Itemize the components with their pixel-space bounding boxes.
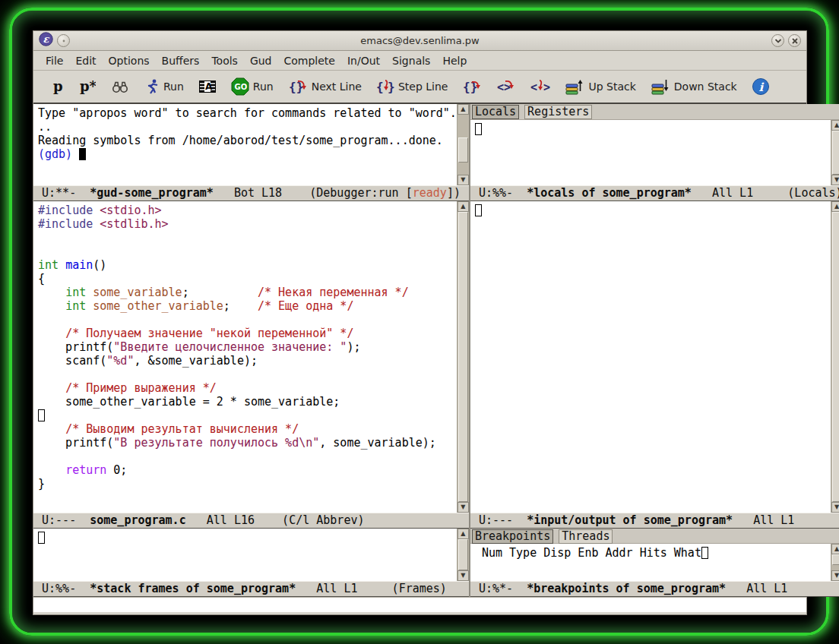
stack-modeline[interactable]: U:%%- *stack frames of some_program* All…: [33, 581, 469, 597]
scroll-down-icon[interactable]: ▼: [831, 175, 839, 185]
scroll-down-icon[interactable]: ▼: [457, 570, 469, 581]
menu-item-inout[interactable]: In/Out: [341, 53, 386, 68]
down-stack-icon: [651, 79, 670, 95]
buffer-line: [475, 204, 831, 217]
menu-item-help[interactable]: Help: [436, 53, 473, 68]
scroll-thumb[interactable]: [832, 212, 839, 503]
tab-threads[interactable]: Threads: [559, 529, 613, 544]
menu-item-signals[interactable]: Signals: [386, 53, 436, 68]
breakpoints-modeline[interactable]: U:%*- *breakpoints of some_program* All …: [470, 581, 839, 597]
next-line-button[interactable]: {} Next Line: [284, 76, 366, 97]
tab-breakpoints[interactable]: Breakpoints: [472, 529, 553, 544]
scroll-down-icon[interactable]: ▼: [831, 502, 839, 513]
all-threads-button[interactable]: A: [195, 77, 220, 96]
titlebar[interactable]: ε emacs@dev.senlima.pw: [33, 31, 806, 51]
buffer-line: [38, 531, 457, 545]
gud-window: Type "apropos word" to search for comman…: [33, 104, 469, 185]
scroll-up-icon[interactable]: ▲: [457, 104, 469, 115]
print-deref-button[interactable]: p*: [74, 76, 100, 97]
scroll-thumb[interactable]: [832, 131, 839, 175]
print-button[interactable]: p: [47, 76, 67, 97]
breakpoints-buffer[interactable]: Num Type Disp Enb Addr Hits What: [470, 544, 831, 581]
gud-scrollbar[interactable]: ▲ ▼: [457, 104, 469, 185]
tab-locals[interactable]: Locals: [472, 105, 519, 119]
source-scrollbar[interactable]: ▲ ▼: [457, 201, 469, 513]
binoculars-icon: [110, 78, 130, 95]
buffer-line: int main(): [38, 258, 457, 272]
buffer-line: Type "apropos word" to search for comman…: [38, 106, 457, 120]
svg-text:p*: p*: [80, 78, 96, 94]
io-scrollbar[interactable]: ▲ ▼: [831, 201, 839, 513]
text-cursor: [79, 148, 86, 160]
left-column: Type "apropos word" to search for comman…: [33, 104, 469, 597]
buffer-line: {: [38, 272, 457, 286]
menu-item-options[interactable]: Options: [103, 53, 156, 68]
next-instruction-button[interactable]: <>: [492, 76, 520, 97]
scroll-thumb[interactable]: [458, 212, 468, 503]
menu-item-buffers[interactable]: Buffers: [156, 53, 206, 68]
io-modeline[interactable]: U:--- *input/output of some_program* All…: [470, 513, 839, 529]
source-modeline[interactable]: U:--- some_program.c All L16 (C/l Abbrev…: [33, 513, 469, 529]
locals-buffer[interactable]: [470, 120, 831, 185]
scroll-up-icon[interactable]: ▲: [457, 529, 469, 539]
scroll-up-icon[interactable]: ▲: [457, 201, 469, 212]
run-button[interactable]: Run: [141, 76, 188, 97]
menu-item-gud[interactable]: Gud: [244, 53, 278, 68]
runner-icon: [144, 78, 160, 95]
locals-scrollbar[interactable]: ▲ ▼: [831, 120, 839, 185]
finish-button[interactable]: {}: [458, 76, 486, 97]
svg-text:<: <: [530, 80, 537, 94]
step-instruction-icon: < >: [530, 78, 550, 95]
scroll-down-icon[interactable]: ▼: [457, 502, 469, 513]
svg-text:<>: <>: [497, 80, 511, 94]
scroll-down-icon[interactable]: ▼: [457, 175, 469, 185]
watch-button[interactable]: [106, 76, 134, 97]
svg-text:GO: GO: [234, 83, 247, 91]
close-button[interactable]: [788, 34, 801, 47]
locals-window: ▲ ▼: [470, 120, 839, 185]
buffer-line: [38, 245, 457, 258]
io-buffer[interactable]: [470, 201, 831, 513]
locals-modeline[interactable]: U:%%- *locals of some_program* All L1 (L…: [470, 185, 839, 201]
menu-item-file[interactable]: File: [40, 53, 69, 68]
down-stack-button[interactable]: Down Stack: [647, 77, 741, 97]
scroll-thumb[interactable]: [458, 539, 468, 570]
breakpoints-tabsbar: Breakpoints Threads: [470, 529, 839, 544]
buffer-line: scanf("%d", &some_variable);: [38, 354, 457, 368]
shade-button[interactable]: [771, 34, 784, 47]
step-instruction-button[interactable]: < >: [527, 76, 554, 97]
gud-modeline[interactable]: U:**- *gud-some_program* Bot L18 (Debugg…: [33, 185, 469, 201]
buffer-line: /* Пример выражения */: [38, 381, 457, 395]
scroll-down-icon[interactable]: ▼: [831, 570, 839, 581]
go-button[interactable]: GO Run: [227, 75, 277, 98]
stack-frames-window: ▲ ▼: [33, 529, 469, 581]
buffer-line: some_other_variable = 2 * some_variable;: [38, 395, 457, 409]
tab-registers[interactable]: Registers: [524, 105, 592, 119]
buffer-line: /* Выводим результат вычисления */: [38, 422, 457, 436]
text-cursor: [475, 123, 482, 135]
up-stack-button[interactable]: Up Stack: [561, 77, 639, 97]
step-line-button[interactable]: { } Step Line: [372, 76, 452, 97]
go-icon: GO: [231, 77, 249, 96]
buffer-line: #include <stdlib.h>: [38, 217, 457, 231]
toolbar: p p* Run: [33, 71, 806, 104]
minibuffer[interactable]: [33, 597, 806, 614]
scroll-up-icon[interactable]: ▲: [831, 201, 839, 212]
text-cursor: [475, 204, 482, 216]
menu-item-edit[interactable]: Edit: [69, 53, 102, 68]
breakpoints-scrollbar[interactable]: ▲ ▼: [831, 544, 839, 581]
source-buffer[interactable]: #include <stdio.h>#include <stdlib.h> in…: [33, 201, 457, 513]
scroll-up-icon[interactable]: ▲: [831, 544, 839, 554]
scroll-thumb[interactable]: [832, 554, 839, 565]
stack-frames-buffer[interactable]: [33, 529, 457, 581]
menu-item-complete[interactable]: Complete: [278, 53, 341, 68]
buffer-line: Reading symbols from /home/aborod/test/s…: [38, 134, 457, 147]
buffer-line: [38, 368, 457, 381]
scroll-thumb[interactable]: [458, 137, 468, 163]
menu-item-tools[interactable]: Tools: [205, 53, 244, 68]
scroll-up-icon[interactable]: ▲: [831, 120, 839, 131]
stack-scrollbar[interactable]: ▲ ▼: [457, 529, 469, 581]
gud-buffer[interactable]: Type "apropos word" to search for comman…: [33, 104, 457, 185]
right-column: Locals Registers ▲ ▼ U:%%- *locals of so…: [470, 104, 839, 597]
info-button[interactable]: i: [748, 75, 774, 98]
